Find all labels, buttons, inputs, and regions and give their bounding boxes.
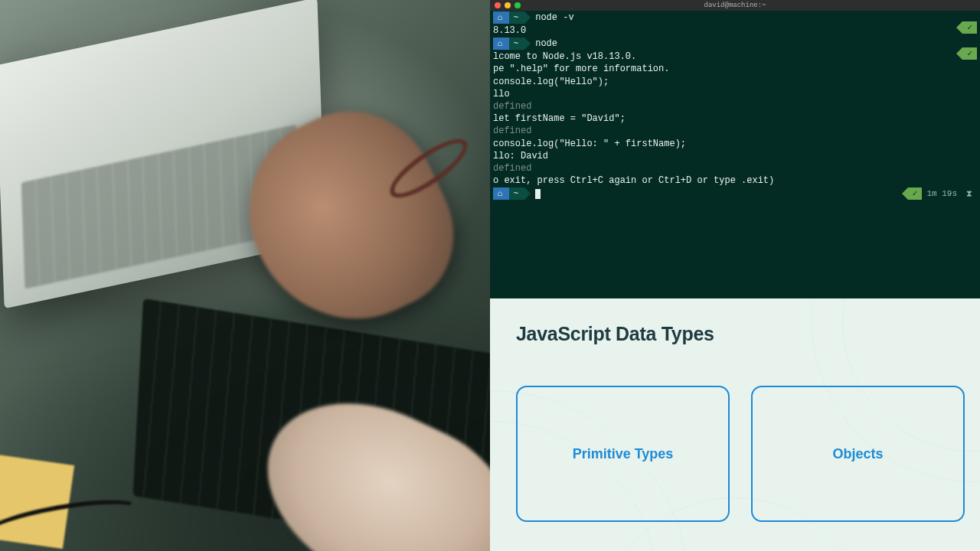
status-badge-1: ✓	[962, 21, 977, 34]
close-icon[interactable]	[495, 2, 501, 8]
prompt-line-1: ⌂ ~ node -v ✓	[490, 11, 980, 24]
home-icon: ⌂	[498, 12, 503, 24]
check-icon: ✓	[962, 47, 977, 60]
terminal-titlebar[interactable]: david@machine:~	[490, 0, 980, 11]
card-objects[interactable]: Objects	[751, 386, 965, 522]
prompt-line-3[interactable]: ⌂ ~ ✓ 1m 19s ⧗	[490, 187, 980, 201]
home-icon: ⌂	[498, 38, 503, 50]
prompt-seg-path: ~	[509, 187, 525, 200]
prompt-seg-home: ⌂	[493, 11, 509, 24]
home-icon: ⌂	[498, 188, 503, 200]
photo-panel	[0, 0, 490, 551]
repl-c1: console.log("Hello");	[490, 76, 980, 88]
cmd-node-v: node -v	[535, 11, 573, 24]
prompt-seg-path: ~	[509, 11, 525, 24]
check-icon: ✓	[908, 187, 923, 200]
card-row: Primitive Types Objects	[516, 386, 965, 522]
terminal-window[interactable]: david@machine:~ ⌂ ~ node -v ✓ 8.13.0 ⌂ ~…	[490, 0, 980, 298]
card-label: Primitive Types	[573, 446, 674, 462]
status-badge-3: ✓ 1m 19s ⧗	[908, 187, 977, 200]
cursor[interactable]	[535, 189, 541, 199]
titlebar-text: david@machine:~	[704, 1, 766, 10]
check-icon: ✓	[962, 21, 977, 34]
status-badge-2: ✓	[962, 47, 977, 60]
maximize-icon[interactable]	[514, 2, 521, 8]
repl-o1: llo	[490, 88, 980, 100]
repl-o3: llo: David	[490, 150, 980, 162]
slide-panel: JavaScript Data Types Primitive Types Ob…	[490, 298, 980, 551]
prompt-seg-path: ~	[509, 37, 525, 50]
cmd-node: node	[535, 37, 557, 50]
repl-u3: defined	[490, 162, 980, 174]
card-primitive-types[interactable]: Primitive Types	[516, 386, 730, 522]
out-version: 8.13.0	[490, 24, 980, 37]
prompt-line-2: ⌂ ~ node ✓	[490, 37, 980, 51]
terminal-body[interactable]: ⌂ ~ node -v ✓ 8.13.0 ⌂ ~ node ✓ lcome to…	[490, 11, 980, 201]
slide-title: JavaScript Data Types	[516, 323, 714, 345]
right-panel: david@machine:~ ⌂ ~ node -v ✓ 8.13.0 ⌂ ~…	[490, 0, 980, 551]
prompt-seg-home: ⌂	[493, 187, 509, 200]
elapsed-time: 1m 19s	[922, 188, 962, 200]
out-welcome: lcome to Node.js v18.13.0.	[490, 51, 980, 63]
card-label: Objects	[832, 446, 883, 462]
out-help: pe ".help" for more information.	[490, 63, 980, 75]
repl-c3: console.log("Hello: " + firstName);	[490, 138, 980, 150]
clock-icon: ⧗	[962, 188, 977, 200]
repl-c2: let firstName = "David";	[490, 112, 980, 125]
minimize-icon[interactable]	[505, 2, 511, 8]
window-controls[interactable]	[495, 2, 521, 8]
exit-hint: o exit, press Ctrl+C again or Ctrl+D or …	[490, 174, 980, 187]
repl-u1: defined	[490, 100, 980, 112]
prompt-seg-home: ⌂	[493, 37, 509, 50]
repl-u2: defined	[490, 125, 980, 137]
